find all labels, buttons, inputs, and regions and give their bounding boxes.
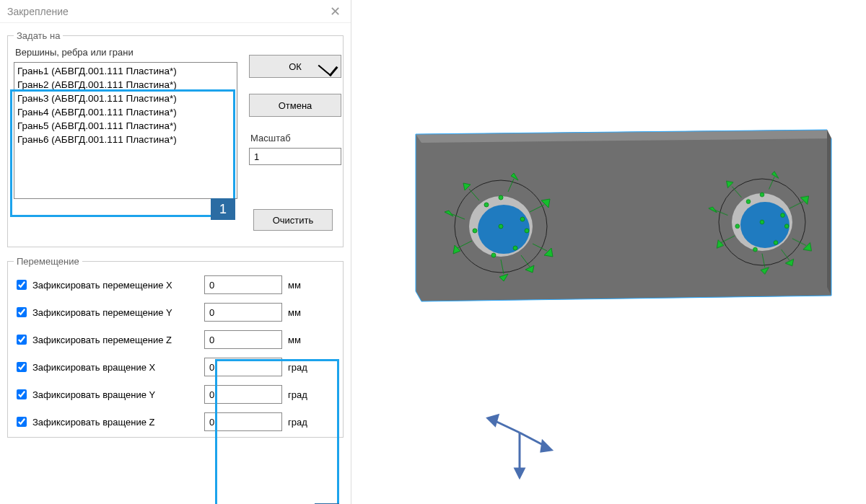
scale-label: Масштаб (250, 133, 343, 143)
svg-point-35 (525, 229, 529, 233)
fix-rot-z-input[interactable] (204, 412, 282, 431)
list-item[interactable]: Грань2 (АБВГД.001.111 Пластина*) (17, 78, 234, 92)
svg-point-10 (478, 205, 530, 254)
fix-move-y-label: Зафиксировать перемещение Y (32, 307, 204, 318)
svg-point-59 (784, 224, 789, 229)
svg-point-56 (753, 247, 758, 252)
list-item[interactable]: Грань3 (АБВГД.001.111 Пластина*) (17, 92, 234, 105)
svg-marker-65 (488, 415, 498, 425)
fix-move-x-label: Зафиксировать перемещение X (32, 280, 204, 291)
fix-rot-x-input[interactable] (204, 358, 282, 376)
movement-row: Зафиксировать вращение Y град (14, 381, 337, 408)
group-movement: Перемещение Зафиксировать перемещение X … (7, 256, 344, 438)
close-icon[interactable]: ✕ (325, 4, 345, 19)
faces-listbox[interactable]: Грань1 (АБВГД.001.111 Пластина*) Грань2 … (14, 62, 237, 199)
dialog-titlebar: Закрепление ✕ (0, 0, 351, 23)
3d-viewport[interactable] (354, 0, 866, 504)
fix-move-x-checkbox[interactable] (17, 280, 27, 290)
cancel-button[interactable]: Отмена (249, 94, 341, 117)
svg-marker-67 (541, 441, 551, 451)
svg-point-57 (774, 241, 778, 245)
svg-marker-63 (515, 469, 524, 477)
fix-rot-x-checkbox[interactable] (17, 362, 27, 372)
dialog-title: Закрепление (7, 6, 69, 17)
fix-move-y-input[interactable] (204, 303, 282, 322)
movement-row: Зафиксировать перемещение Z мм (14, 326, 337, 353)
svg-point-33 (513, 246, 517, 250)
unit-label: град (288, 362, 317, 373)
svg-point-13 (740, 202, 790, 248)
list-item[interactable]: Грань5 (АБВГД.001.111 Пластина*) (17, 119, 234, 133)
unit-label: мм (288, 280, 317, 291)
list-item[interactable]: Грань1 (АБВГД.001.111 Пластина*) (17, 64, 234, 78)
fix-rot-z-label: Зафиксировать вращение Z (32, 417, 204, 428)
constraint-dialog: Закрепление ✕ Задать на Вершины, ребра и… (0, 0, 351, 504)
movement-row: Зафиксировать перемещение Y мм (14, 299, 337, 326)
axis-triad-icon (484, 404, 570, 490)
svg-point-58 (735, 224, 740, 229)
fix-rot-y-label: Зафиксировать вращение Y (32, 389, 204, 400)
scale-input[interactable] (249, 148, 341, 165)
unit-label: мм (288, 307, 317, 318)
fix-move-z-checkbox[interactable] (17, 335, 27, 345)
movement-row: Зафиксировать вращение X град (14, 353, 337, 381)
clear-button[interactable]: Очистить (253, 209, 333, 231)
list-item[interactable]: Грань4 (АБВГД.001.111 Пластина*) (17, 105, 234, 119)
svg-point-32 (491, 253, 496, 257)
fix-move-x-input[interactable] (204, 275, 282, 294)
group-movement-legend: Перемещение (14, 256, 82, 267)
svg-point-31 (520, 217, 525, 221)
fix-move-y-checkbox[interactable] (17, 307, 27, 317)
fix-rot-y-input[interactable] (204, 385, 282, 404)
unit-label: град (288, 417, 317, 428)
svg-point-55 (781, 213, 785, 218)
svg-point-54 (746, 200, 751, 204)
svg-point-34 (473, 229, 477, 233)
fix-rot-z-checkbox[interactable] (17, 417, 27, 427)
fix-move-z-input[interactable] (204, 330, 282, 349)
fix-rot-y-checkbox[interactable] (17, 389, 27, 399)
svg-marker-2 (827, 130, 831, 296)
list-item[interactable]: Грань6 (АБВГД.001.111 Пластина*) (17, 133, 234, 146)
ok-button[interactable]: ОК (249, 55, 341, 78)
svg-point-30 (484, 203, 489, 207)
fix-rot-x-label: Зафиксировать вращение X (32, 362, 204, 373)
fix-move-z-label: Зафиксировать перемещение Z (32, 335, 204, 345)
svg-point-36 (499, 195, 503, 200)
svg-point-61 (760, 220, 764, 224)
annotation-badge-1: 1 (211, 198, 235, 220)
unit-label: град (288, 389, 317, 400)
group-apply-on-legend: Задать на (14, 30, 63, 41)
plate-model (411, 130, 831, 303)
movement-row: Зафиксировать вращение Z град (14, 408, 337, 436)
unit-label: мм (288, 335, 317, 345)
movement-row: Зафиксировать перемещение X мм (14, 271, 337, 299)
svg-point-37 (499, 224, 503, 229)
svg-point-60 (760, 193, 764, 197)
